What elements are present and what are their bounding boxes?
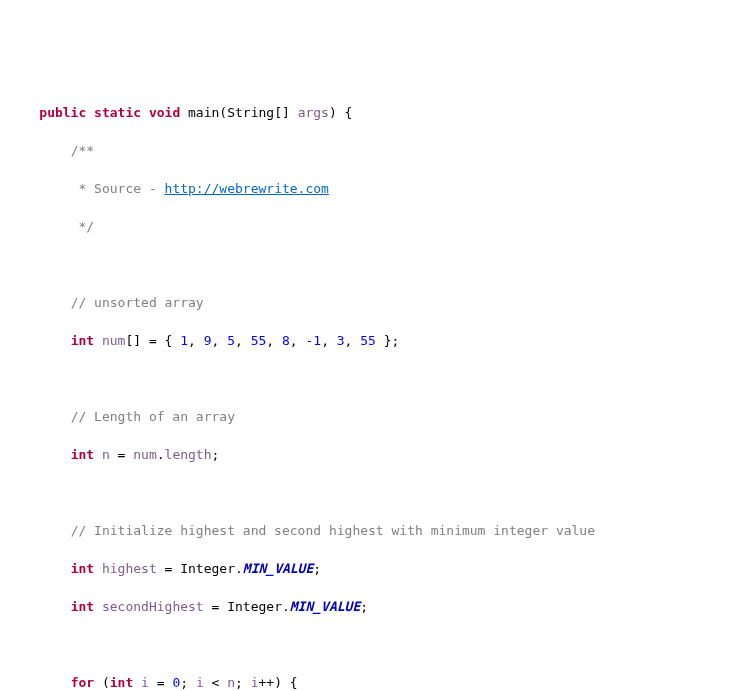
var-num: num (133, 447, 156, 462)
punct: ++) { (259, 675, 298, 690)
number-literal: 1 (180, 333, 188, 348)
param-args: args (298, 105, 329, 120)
code-line: public static void main(String[] args) { (0, 103, 745, 122)
number-literal: 55 (360, 333, 376, 348)
semicolon: ; (360, 599, 368, 614)
type-string: String (227, 105, 274, 120)
punct: = (149, 675, 172, 690)
code-line: */ (0, 217, 745, 236)
keyword-int: int (71, 561, 94, 576)
line-comment: // Initialize highest and second highest… (71, 523, 595, 538)
code-line: int n = num.length; (0, 445, 745, 464)
var-num: num (102, 333, 125, 348)
code-line (0, 483, 745, 502)
comma: , (212, 333, 228, 348)
block-comment-star: * (71, 181, 94, 196)
var-secondhighest: secondHighest (102, 599, 204, 614)
number-literal: -1 (305, 333, 321, 348)
code-line: * Source - http://webrewrite.com (0, 179, 745, 198)
punct: = { (141, 333, 180, 348)
dot: . (157, 447, 165, 462)
constant-min-value: MIN_VALUE (243, 561, 313, 576)
semicolon: ; (313, 561, 321, 576)
number-literal: 3 (337, 333, 345, 348)
var-n: n (227, 675, 235, 690)
punct: = Integer. (204, 599, 290, 614)
comma: , (321, 333, 337, 348)
field-length: length (165, 447, 212, 462)
var-i: i (251, 675, 259, 690)
punct: ) { (329, 105, 352, 120)
number-literal: 5 (227, 333, 235, 348)
comma: , (266, 333, 282, 348)
method-name: main (188, 105, 219, 120)
number-literal: 55 (251, 333, 267, 348)
comma: , (235, 333, 251, 348)
punct: = Integer. (157, 561, 243, 576)
comma: , (290, 333, 306, 348)
number-literal: 8 (282, 333, 290, 348)
comma: , (345, 333, 361, 348)
code-line: /** (0, 141, 745, 160)
var-i: i (141, 675, 149, 690)
keyword-static: static (94, 105, 141, 120)
keyword-for: for (71, 675, 94, 690)
code-line (0, 255, 745, 274)
line-comment: // unsorted array (71, 295, 204, 310)
line-comment: // Length of an array (71, 409, 235, 424)
punct: = (110, 447, 133, 462)
keyword-public: public (39, 105, 86, 120)
number-literal: 9 (204, 333, 212, 348)
brackets: [] (125, 333, 141, 348)
punct: }; (376, 333, 399, 348)
block-comment-close: */ (71, 219, 94, 234)
punct: ( (94, 675, 110, 690)
punct: ; (180, 675, 196, 690)
keyword-int: int (71, 447, 94, 462)
punct: < (204, 675, 227, 690)
punct: ; (235, 675, 251, 690)
semicolon: ; (212, 447, 220, 462)
code-line: // unsorted array (0, 293, 745, 312)
code-line (0, 369, 745, 388)
comma: , (188, 333, 204, 348)
code-line: int highest = Integer.MIN_VALUE; (0, 559, 745, 578)
code-editor[interactable]: public static void main(String[] args) {… (0, 84, 745, 691)
var-highest: highest (102, 561, 157, 576)
constant-min-value: MIN_VALUE (290, 599, 360, 614)
code-line: for (int i = 0; i < n; i++) { (0, 673, 745, 691)
comment-url: http://webrewrite.com (165, 181, 329, 196)
keyword-void: void (149, 105, 180, 120)
code-line (0, 635, 745, 654)
block-comment-text: Source - (94, 181, 164, 196)
keyword-int: int (71, 599, 94, 614)
var-i: i (196, 675, 204, 690)
var-n: n (102, 447, 110, 462)
block-comment-open: /** (71, 143, 94, 158)
code-line: int num[] = { 1, 9, 5, 55, 8, -1, 3, 55 … (0, 331, 745, 350)
code-line: int secondHighest = Integer.MIN_VALUE; (0, 597, 745, 616)
keyword-int: int (110, 675, 133, 690)
brackets: [] (274, 105, 290, 120)
code-line: // Initialize highest and second highest… (0, 521, 745, 540)
keyword-int: int (71, 333, 94, 348)
code-line: // Length of an array (0, 407, 745, 426)
